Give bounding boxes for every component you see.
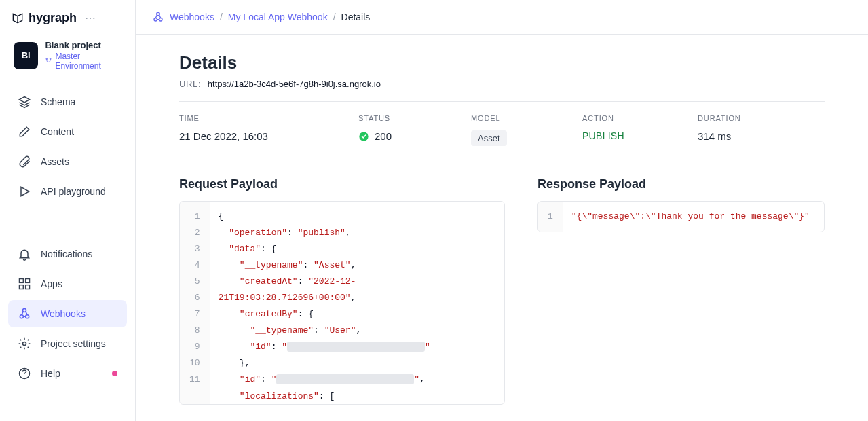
line-gutter: 1 xyxy=(538,202,563,232)
redacted-id: xxxxxxxxxxxxxxxxxxxxxxxxxx xyxy=(287,342,425,352)
nav-help[interactable]: Help xyxy=(8,360,127,387)
breadcrumb: Webhooks / My Local App Webhook / Detail… xyxy=(136,0,868,35)
details-meta: TIME 21 Dec 2022, 16:03 STATUS 200 MODEL… xyxy=(179,101,825,161)
nav-content[interactable]: Content xyxy=(8,118,127,145)
status-value: 200 xyxy=(358,130,459,142)
svg-point-10 xyxy=(159,18,163,22)
nav-notifications[interactable]: Notifications xyxy=(8,240,127,268)
webhook-icon xyxy=(18,307,31,321)
nav: Schema Content Assets API playground Not… xyxy=(0,87,135,388)
svg-rect-1 xyxy=(26,279,30,283)
bell-icon xyxy=(18,247,31,261)
svg-point-7 xyxy=(23,342,26,346)
svg-point-4 xyxy=(20,315,23,318)
action-value: PUBLISH xyxy=(582,130,624,141)
page-title: Details xyxy=(179,52,825,73)
paperclip-icon xyxy=(18,155,31,168)
nav-webhooks[interactable]: Webhooks xyxy=(8,300,127,327)
duration-label: DURATION xyxy=(698,114,825,122)
project-avatar: Bl xyxy=(14,42,38,69)
svg-rect-0 xyxy=(20,279,24,283)
response-payload-title: Response Payload xyxy=(537,177,825,191)
help-icon xyxy=(18,367,31,380)
response-payload-code[interactable]: 1 "{\"message\":\"Thank you for the mess… xyxy=(537,201,825,232)
sidebar: hygraph ⋯ Bl Blank project Master Enviro… xyxy=(0,0,136,421)
edit-icon xyxy=(18,125,31,139)
code-content: { "operation": "publish", "data": { "__t… xyxy=(210,202,504,404)
brand-text: hygraph xyxy=(29,11,77,25)
time-value: 21 Dec 2022, 16:03 xyxy=(179,130,346,142)
play-icon xyxy=(18,185,31,198)
code-content: "{\"message\":\"Thank you for the messag… xyxy=(563,202,824,232)
main: Webhooks / My Local App Webhook / Detail… xyxy=(136,0,868,421)
branch-icon xyxy=(45,57,52,65)
nav-apps[interactable]: Apps xyxy=(8,270,127,297)
page-body: Details URL: https://1a2b-3c4d-5e6f-7g8h… xyxy=(136,35,868,421)
project-environment: Master Environment xyxy=(45,52,121,71)
app-logo[interactable]: hygraph xyxy=(11,11,77,25)
check-circle-icon xyxy=(358,131,369,142)
more-menu-icon[interactable]: ⋯ xyxy=(85,12,96,24)
model-badge: Asset xyxy=(471,130,507,146)
webhook-url: URL: https://1a2b-3c4d-5e6f-7g8h-9i0j.sa… xyxy=(179,79,825,89)
status-label: STATUS xyxy=(358,114,459,122)
request-payload-code[interactable]: 1234567891011 { "operation": "publish", … xyxy=(179,201,505,405)
svg-point-5 xyxy=(26,315,29,318)
nav-schema[interactable]: Schema xyxy=(8,88,127,115)
layers-icon xyxy=(18,95,31,109)
breadcrumb-webhook-name[interactable]: My Local App Webhook xyxy=(228,12,328,22)
nav-project-settings[interactable]: Project settings xyxy=(8,330,127,357)
svg-rect-2 xyxy=(20,285,24,289)
time-label: TIME xyxy=(179,114,346,122)
logo-row: hygraph ⋯ xyxy=(0,8,135,33)
project-name: Blank project xyxy=(45,40,121,50)
grid-icon xyxy=(18,277,31,291)
duration-value: 314 ms xyxy=(698,130,825,142)
webhook-icon xyxy=(152,11,164,23)
request-payload-title: Request Payload xyxy=(179,177,505,191)
project-selector[interactable]: Bl Blank project Master Environment xyxy=(5,36,130,75)
svg-rect-3 xyxy=(26,285,30,289)
svg-point-12 xyxy=(359,132,368,141)
action-label: ACTION xyxy=(582,114,685,122)
hygraph-logo-icon xyxy=(11,12,24,25)
redacted-id: xxxxxxxxxxxxxxxxxxxxxxxxxx xyxy=(276,374,414,384)
nav-api-playground[interactable]: API playground xyxy=(8,178,127,205)
nav-assets[interactable]: Assets xyxy=(8,148,127,175)
breadcrumb-current: Details xyxy=(341,12,371,22)
gear-icon xyxy=(18,337,31,350)
model-label: MODEL xyxy=(471,114,570,122)
line-gutter: 1234567891011 xyxy=(180,202,210,404)
help-notification-dot xyxy=(112,371,117,376)
svg-point-9 xyxy=(154,18,157,22)
breadcrumb-webhooks[interactable]: Webhooks xyxy=(170,12,214,22)
